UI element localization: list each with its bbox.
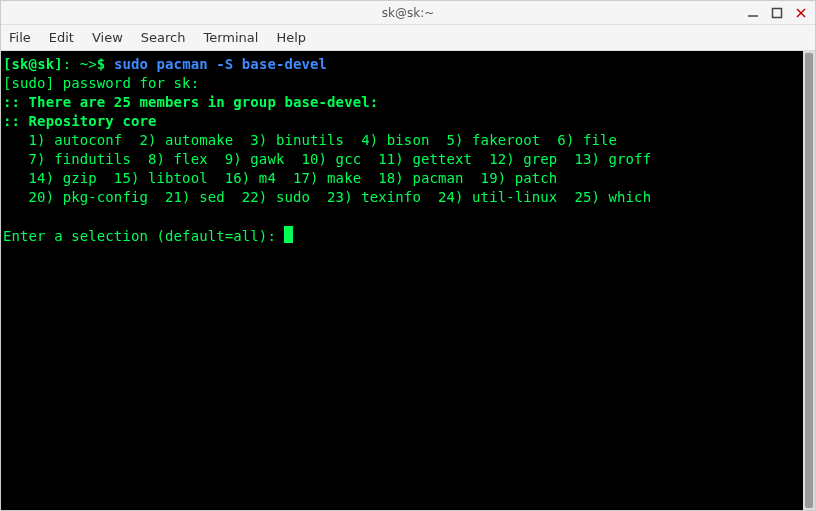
svg-rect-1 [773,8,782,17]
line-packages-3: 14) gzip 15) libtool 16) m4 17) make 18)… [3,170,557,186]
prompt-lbracket: [ [3,56,12,72]
window-title: sk@sk:~ [87,6,729,20]
scrollbar[interactable] [803,51,815,510]
prompt-host: sk [37,56,54,72]
prompt-cwd: ~> [71,56,97,72]
minimize-button[interactable] [745,5,761,21]
menubar: File Edit View Search Terminal Help [1,25,815,51]
window-controls [729,5,809,21]
menu-view[interactable]: View [92,30,123,45]
prompt-user: sk [12,56,29,72]
terminal-wrap: [sk@sk]: ~>$ sudo pacman -S base-devel [… [1,51,815,510]
close-button[interactable] [793,5,809,21]
menu-edit[interactable]: Edit [49,30,74,45]
line-packages-4: 20) pkg-config 21) sed 22) sudo 23) texi… [3,189,651,205]
menu-help[interactable]: Help [276,30,306,45]
scrollbar-thumb[interactable] [805,53,813,508]
prompt-line: [sk@sk]: ~>$ sudo pacman -S base-devel [3,56,327,72]
line-packages-2: 7) findutils 8) flex 9) gawk 10) gcc 11)… [3,151,651,167]
line-repo: :: Repository core [3,113,157,129]
prompt-colon: : [63,56,72,72]
menu-file[interactable]: File [9,30,31,45]
line-selection-prompt: Enter a selection (default=all): [3,228,284,244]
menu-search[interactable]: Search [141,30,186,45]
line-packages-1: 1) autoconf 2) automake 3) binutils 4) b… [3,132,617,148]
terminal-window: sk@sk:~ File Edit View Search Terminal H… [0,0,816,511]
menu-terminal[interactable]: Terminal [203,30,258,45]
prompt-rbracket: ] [54,56,63,72]
prompt-dollar: $ [97,56,114,72]
line-members: :: There are 25 members in group base-de… [3,94,378,110]
prompt-at: @ [29,56,38,72]
command-text: sudo pacman -S base-devel [114,56,327,72]
line-sudo-password: [sudo] password for sk: [3,75,208,91]
titlebar: sk@sk:~ [1,1,815,25]
terminal-output[interactable]: [sk@sk]: ~>$ sudo pacman -S base-devel [… [1,51,803,510]
cursor-block [284,226,293,243]
maximize-button[interactable] [769,5,785,21]
